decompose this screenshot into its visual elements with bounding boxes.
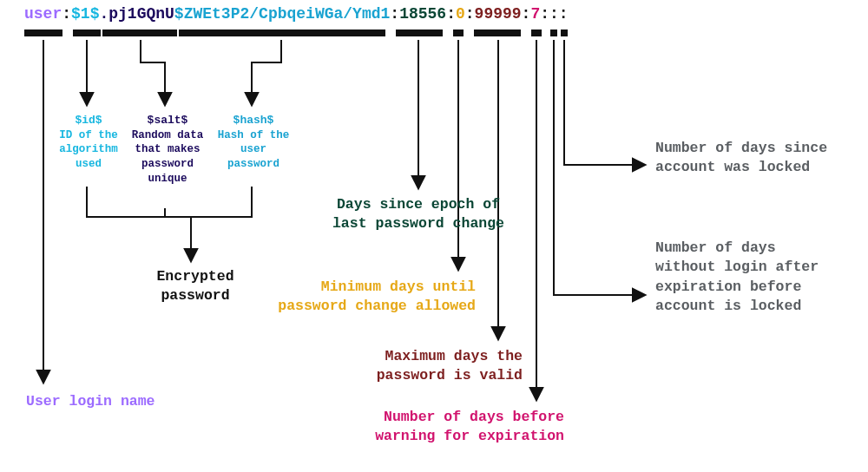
field-salt: .pj1GQnU xyxy=(99,5,174,23)
field-lastchange: 18556 xyxy=(399,5,446,23)
bar-warn xyxy=(531,30,542,36)
label-min: Minimum days until password change allow… xyxy=(267,278,476,317)
separator: : xyxy=(559,5,569,23)
field-id: $1$ xyxy=(71,5,99,23)
bar-days xyxy=(396,30,443,36)
bar-min xyxy=(453,30,464,36)
separator: : xyxy=(549,5,559,23)
sublabel-hash: $hash$ Hash of the user password xyxy=(217,113,290,172)
separator: : xyxy=(446,5,456,23)
field-hash: $ZWEt3P2/CpbqeiWGa/Ymd1 xyxy=(174,5,390,23)
bar-max xyxy=(474,30,521,36)
label-since: Number of days since account was locked xyxy=(655,139,829,178)
sublabel-salt-desc: Random data that makes password unique xyxy=(132,129,204,186)
label-max: Maximum days the password is valid xyxy=(330,347,523,386)
label-encrypted: Encrypted password xyxy=(130,267,260,306)
sublabel-salt: $salt$ Random data that makes password u… xyxy=(127,113,208,187)
label-user: User login name xyxy=(26,392,200,411)
sublabel-hash-desc: Hash of the user password xyxy=(218,129,290,171)
bar-user xyxy=(24,30,62,36)
sublabel-id: $id$ ID of the algorithm used xyxy=(52,113,125,172)
sublabel-hash-title: $hash$ xyxy=(217,113,290,128)
bar-since xyxy=(561,30,568,36)
label-warn: Number of days before warning for expira… xyxy=(347,408,564,447)
field-max: 99999 xyxy=(475,5,522,23)
sublabel-salt-title: $salt$ xyxy=(127,113,208,128)
label-idle: Number of days without login after expir… xyxy=(655,239,838,316)
separator: : xyxy=(465,5,475,23)
sublabel-id-title: $id$ xyxy=(52,113,125,128)
label-days: Days since epoch of last password change xyxy=(328,195,509,234)
bar-hash xyxy=(179,30,385,36)
bar-id xyxy=(73,30,101,36)
separator: : xyxy=(62,5,71,23)
field-user: user xyxy=(24,5,62,23)
field-warn: 7 xyxy=(530,5,540,23)
shadow-entry-line: user:$1$.pj1GQnU$ZWEt3P2/CpbqeiWGa/Ymd1:… xyxy=(24,5,569,23)
bar-salt xyxy=(102,30,177,36)
separator: : xyxy=(540,5,549,23)
bar-idle xyxy=(550,30,557,36)
separator: : xyxy=(522,5,531,23)
sublabel-id-desc: ID of the algorithm used xyxy=(59,129,118,171)
field-min: 0 xyxy=(456,5,465,23)
separator: : xyxy=(390,5,399,23)
